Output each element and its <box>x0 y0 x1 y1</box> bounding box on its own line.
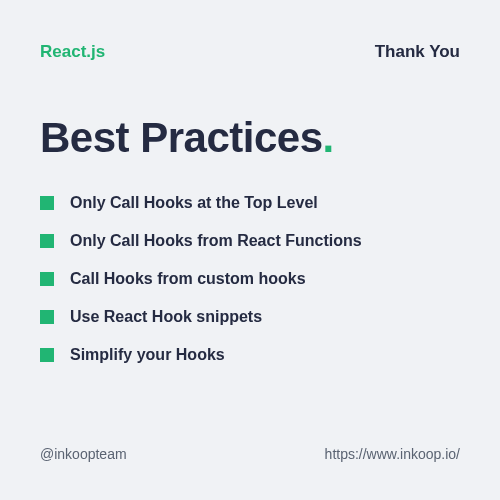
title-dot: . <box>323 114 334 161</box>
header: React.js Thank You <box>40 42 460 62</box>
page-title: Best Practices. <box>40 114 460 162</box>
square-bullet-icon <box>40 196 54 210</box>
list-item: Simplify your Hooks <box>40 346 460 364</box>
thank-you-label: Thank You <box>375 42 460 62</box>
square-bullet-icon <box>40 272 54 286</box>
square-bullet-icon <box>40 310 54 324</box>
website-url: https://www.inkoop.io/ <box>325 446 460 462</box>
footer: @inkoopteam https://www.inkoop.io/ <box>40 446 460 462</box>
list-item-text: Simplify your Hooks <box>70 346 225 364</box>
brand-label: React.js <box>40 42 105 62</box>
list-item-text: Call Hooks from custom hooks <box>70 270 306 288</box>
list-item: Only Call Hooks from React Functions <box>40 232 460 250</box>
list-item: Only Call Hooks at the Top Level <box>40 194 460 212</box>
list-item-text: Only Call Hooks from React Functions <box>70 232 362 250</box>
title-text: Best Practices <box>40 114 323 161</box>
practices-list: Only Call Hooks at the Top Level Only Ca… <box>40 194 460 364</box>
list-item-text: Only Call Hooks at the Top Level <box>70 194 318 212</box>
list-item: Call Hooks from custom hooks <box>40 270 460 288</box>
square-bullet-icon <box>40 348 54 362</box>
social-handle: @inkoopteam <box>40 446 127 462</box>
list-item: Use React Hook snippets <box>40 308 460 326</box>
list-item-text: Use React Hook snippets <box>70 308 262 326</box>
square-bullet-icon <box>40 234 54 248</box>
